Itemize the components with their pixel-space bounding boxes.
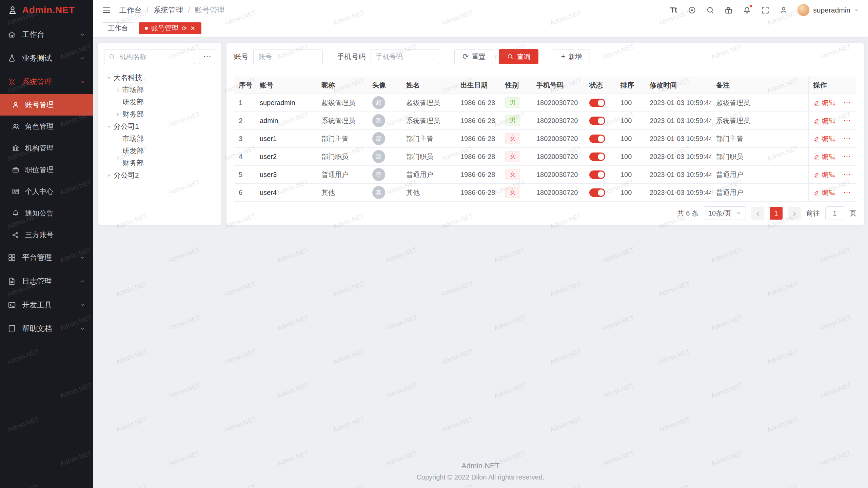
goto-page-input[interactable] (825, 206, 844, 220)
org-search-row: ⋯ (104, 49, 215, 64)
sidebar-item-role-mgmt[interactable]: 角色管理 (0, 116, 93, 137)
status-toggle[interactable] (589, 117, 605, 125)
status-toggle[interactable] (589, 99, 605, 107)
toggle-knob (598, 136, 604, 142)
topbar-actions: Tt (669, 4, 859, 16)
cell-phone: 18020030720 (532, 184, 585, 202)
cell-gender: 男 (500, 112, 532, 130)
search-button[interactable]: 查询 (499, 49, 538, 64)
terminal-icon (7, 301, 16, 309)
logo[interactable]: Admin.NET (0, 0, 93, 20)
current-page[interactable]: 1 (770, 207, 783, 220)
reset-button[interactable]: ⟳ 重置 (454, 49, 493, 64)
caret-icon[interactable] (104, 73, 114, 82)
sidebar-item-label: 业务测试 (22, 53, 79, 63)
add-button[interactable]: + 新增 (553, 49, 590, 64)
cell-order: 100 (616, 112, 645, 130)
status-toggle[interactable] (589, 152, 605, 161)
caret-icon[interactable] (113, 109, 122, 119)
more-actions-button[interactable]: ⋯ (843, 170, 851, 179)
gift-icon[interactable] (724, 5, 733, 15)
bell-icon[interactable] (742, 5, 751, 15)
sidebar-item-devtools[interactable]: 开发工具 (0, 293, 93, 317)
sidebar-item-log[interactable]: 日志管理 (0, 269, 93, 293)
user-menu[interactable]: superadmin (797, 4, 859, 16)
tree-node[interactable]: 分公司2 (104, 169, 215, 181)
sidebar-item-label: 帮助文档 (22, 324, 79, 334)
cell-index: 5 (234, 166, 255, 184)
status-toggle[interactable] (589, 135, 605, 143)
cell-avatar: 普 (368, 166, 401, 184)
edit-button[interactable]: 编辑 (813, 170, 835, 179)
sidebar-item-notice[interactable]: 通知公告 (0, 202, 93, 224)
gender-badge: 女 (505, 133, 520, 144)
search-icon[interactable] (706, 5, 715, 15)
more-actions-button[interactable]: ⋯ (843, 116, 851, 125)
prev-page-button[interactable]: ‹ (751, 207, 764, 220)
tree-node[interactable]: 大名科技 (104, 72, 215, 84)
tree-node[interactable]: 财务部 (104, 157, 215, 169)
status-toggle[interactable] (589, 188, 605, 197)
close-icon[interactable]: ✕ (190, 25, 195, 32)
page-footer: Admin.NET Copyright © 2022 Dilon All rig… (93, 462, 868, 481)
cell-gender: 女 (500, 148, 532, 166)
more-actions-button[interactable]: ⋯ (843, 134, 851, 143)
status-toggle[interactable] (589, 170, 605, 179)
tree-node-label: 分公司1 (114, 122, 139, 131)
breadcrumb-item[interactable]: 系统管理 (153, 5, 183, 15)
sidebar-item-org-mgmt[interactable]: 机构管理 (0, 137, 93, 159)
more-actions-button[interactable]: ⋯ (843, 98, 851, 107)
cell-status (585, 130, 616, 148)
edit-button[interactable]: 编辑 (813, 152, 835, 161)
theme-icon[interactable] (687, 5, 696, 15)
edit-button[interactable]: 编辑 (813, 188, 835, 197)
edit-button[interactable]: 编辑 (813, 134, 835, 143)
org-more-button[interactable]: ⋯ (199, 49, 215, 64)
sidebar-item-label: 工作台 (22, 29, 79, 40)
fullscreen-icon[interactable] (761, 5, 770, 15)
tree-node[interactable]: 市场部 (104, 133, 215, 145)
refresh-icon[interactable]: ⟳ (182, 25, 187, 32)
toggle-knob (598, 100, 604, 106)
tree-node[interactable]: 研发部 (104, 96, 215, 108)
tree-node-label: 分公司2 (114, 170, 139, 180)
font-size-icon[interactable]: Tt (669, 5, 678, 15)
tree-node[interactable]: 研发部 (104, 145, 215, 157)
breadcrumb-item[interactable]: 工作台 (119, 5, 142, 15)
sidebar-item-account-mgmt[interactable]: 账号管理 (0, 94, 93, 116)
sidebar-item-help-docs[interactable]: 帮助文档 (0, 317, 93, 341)
sidebar-item-workbench[interactable]: 工作台 (0, 23, 93, 46)
next-page-button[interactable]: › (788, 207, 801, 220)
caret-icon[interactable] (104, 170, 114, 180)
caret-icon[interactable] (104, 122, 114, 131)
cell-name: 超级管理员 (401, 94, 456, 112)
tree-node[interactable]: 分公司1 (104, 120, 215, 133)
person-icon[interactable] (779, 5, 788, 15)
more-actions-button[interactable]: ⋯ (843, 152, 851, 161)
sidebar-item-business-test[interactable]: 业务测试 (0, 46, 93, 70)
sidebar-item-platform[interactable]: 平台管理 (0, 246, 93, 269)
tree-node[interactable]: 市场部 (104, 84, 215, 96)
account-filter-input[interactable] (253, 49, 323, 64)
hamburger-menu-icon[interactable] (102, 5, 111, 15)
gender-badge: 女 (505, 187, 520, 198)
sidebar-item-system[interactable]: 系统管理 (0, 70, 93, 94)
more-actions-button[interactable]: ⋯ (843, 188, 851, 197)
cell-avatar: 超 (368, 94, 401, 112)
tab-workbench[interactable]: 工作台 (102, 22, 134, 34)
cell-order: 100 (616, 94, 645, 112)
edit-button[interactable]: 编辑 (813, 98, 835, 107)
org-search-input[interactable] (104, 49, 195, 64)
sidebar-item-label: 三方账号 (25, 230, 54, 240)
sidebar-item-third-account[interactable]: 三方账号 (0, 224, 93, 246)
cell-nickname: 部门职员 (317, 148, 368, 166)
page-size-select[interactable]: 10条/页 (704, 206, 746, 220)
sidebar-item-post-mgmt[interactable]: 职位管理 (0, 159, 93, 181)
edit-icon (813, 118, 820, 124)
tree-node[interactable]: 财务部 (104, 108, 215, 120)
phone-filter-input[interactable] (371, 49, 440, 64)
edit-button[interactable]: 编辑 (813, 116, 835, 125)
col-gender: 性别 (500, 77, 532, 94)
sidebar-item-profile-center[interactable]: 个人中心 (0, 181, 93, 202)
tab-account-mgmt[interactable]: 账号管理 ⟳ ✕ (139, 22, 201, 34)
